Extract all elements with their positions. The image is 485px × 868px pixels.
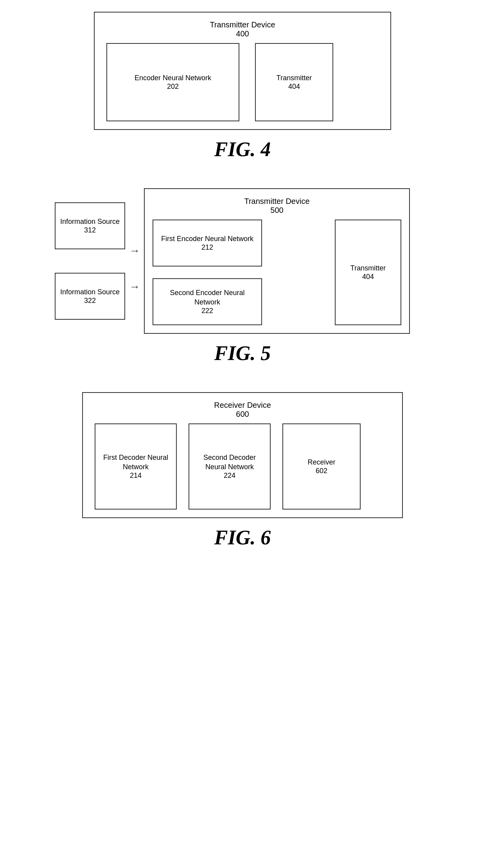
fig5-source1-number: 312: [84, 226, 96, 234]
fig5-arrow2: →: [129, 281, 140, 293]
fig5-transmitter-number-inner: 404: [362, 273, 374, 281]
fig5-sources: Information Source 312 Information Sourc…: [55, 202, 125, 320]
fig4-transmitter-number: 400: [102, 29, 383, 38]
fig6-receiver-label: Receiver: [307, 458, 335, 467]
fig6-receiver-title: Receiver Device: [91, 401, 394, 410]
fig4-transmitter-title: Transmitter Device: [102, 20, 383, 29]
fig5-encoder1-label: First Encoder Neural Network: [161, 234, 253, 243]
fig6-receiver-number-inner: 602: [316, 467, 327, 475]
fig6-decoder1-box: First Decoder Neural Network 214: [95, 423, 177, 510]
fig6-receiver-box: Receiver 602: [282, 423, 361, 510]
fig6-decoder1-label: First Decoder Neural Network: [99, 453, 172, 472]
fig5-section: Information Source 312 Information Sourc…: [23, 188, 462, 376]
fig6-decoder2-label: Second Decoder Neural Network: [193, 453, 266, 472]
fig5-source2-box: Information Source 322: [55, 273, 125, 320]
fig6-decoder1-number: 214: [130, 472, 142, 480]
fig6-receiver-number: 600: [91, 410, 394, 419]
fig4-outer-header: Transmitter Device 400: [102, 20, 383, 38]
fig5-encoders: First Encoder Neural Network 212 Second …: [153, 220, 327, 325]
fig4-outer-box: Transmitter Device 400 Encoder Neural Ne…: [94, 12, 391, 130]
fig5-source2-label: Information Source: [60, 288, 120, 297]
fig5-encoder1-box: First Encoder Neural Network 212: [153, 220, 262, 267]
fig6-decoder2-box: Second Decoder Neural Network 224: [189, 423, 271, 510]
fig4-transmitter-number-inner: 404: [288, 83, 300, 91]
fig6-outer-box: Receiver Device 600 First Decoder Neural…: [82, 392, 403, 518]
fig5-inner-row: First Encoder Neural Network 212 Second …: [153, 220, 401, 325]
fig4-transmitter-label: Transmitter: [277, 74, 312, 83]
fig5-encoder1-number: 212: [201, 243, 213, 252]
fig5-source1-label: Information Source: [60, 217, 120, 226]
fig5-encoder2-label: Second Encoder Neural Network: [157, 288, 257, 307]
fig5-arrows: → →: [125, 245, 144, 293]
fig5-transmitter-number: 500: [153, 206, 401, 215]
fig5-source1-box: Information Source 312: [55, 202, 125, 249]
fig5-transmitter-box: Transmitter 404: [335, 220, 401, 325]
fig6-inner-row: First Decoder Neural Network 214 Second …: [91, 423, 394, 510]
fig4-inner-row: Encoder Neural Network 202 Transmitter 4…: [102, 43, 383, 121]
fig5-encoder2-box: Second Encoder Neural Network 222: [153, 278, 262, 325]
fig4-transmitter-box: Transmitter 404: [255, 43, 333, 121]
fig6-label: FIG. 6: [214, 526, 271, 549]
fig5-transmitter-label: Transmitter: [350, 264, 386, 273]
fig5-transmitter-title: Transmitter Device: [153, 197, 401, 206]
fig6-outer-header: Receiver Device 600: [91, 401, 394, 419]
fig5-container: Information Source 312 Information Sourc…: [55, 188, 430, 334]
fig4-label: FIG. 4: [214, 138, 271, 161]
fig5-arrow1: →: [129, 245, 140, 257]
fig5-source2-number: 322: [84, 297, 96, 305]
fig4-encoder-number: 202: [167, 83, 179, 91]
fig4-encoder-label: Encoder Neural Network: [135, 74, 211, 83]
fig5-outer-header: Transmitter Device 500: [153, 197, 401, 215]
fig6-decoder2-number: 224: [224, 472, 235, 480]
fig4-encoder-box: Encoder Neural Network 202: [106, 43, 239, 121]
fig5-label: FIG. 5: [214, 342, 271, 365]
fig5-outer-box: Transmitter Device 500 First Encoder Neu…: [144, 188, 410, 334]
fig4-section: Transmitter Device 400 Encoder Neural Ne…: [23, 12, 462, 173]
fig5-encoder2-number: 222: [201, 307, 213, 315]
fig6-section: Receiver Device 600 First Decoder Neural…: [23, 392, 462, 561]
